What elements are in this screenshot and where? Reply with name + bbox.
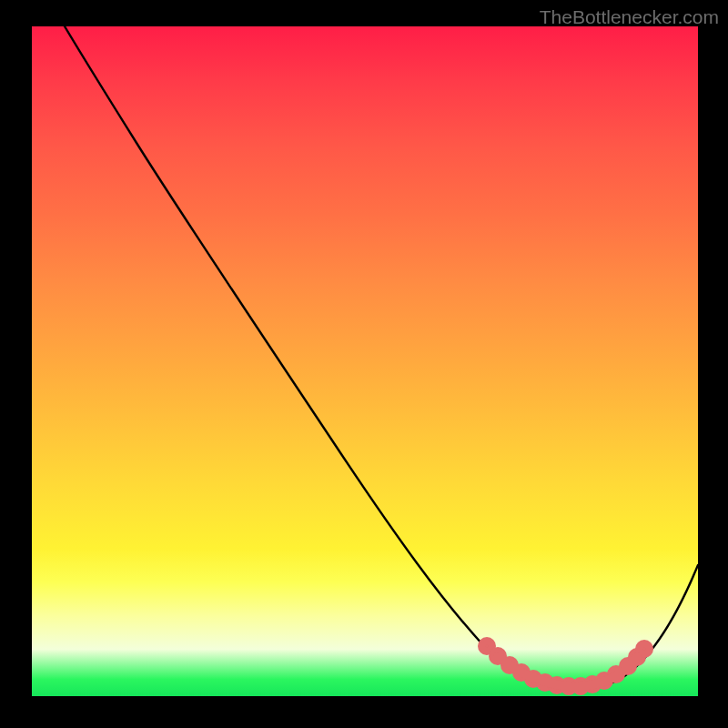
- chart-frame: TheBottlenecker.com: [0, 0, 728, 728]
- bottleneck-curve: [65, 26, 698, 691]
- bottleneck-curve-svg: [32, 26, 698, 696]
- plot-area: [32, 26, 698, 696]
- svg-point-0: [481, 641, 492, 652]
- optimum-range-markers: [481, 641, 650, 692]
- svg-point-14: [639, 643, 650, 654]
- watermark-text: TheBottlenecker.com: [540, 6, 719, 28]
